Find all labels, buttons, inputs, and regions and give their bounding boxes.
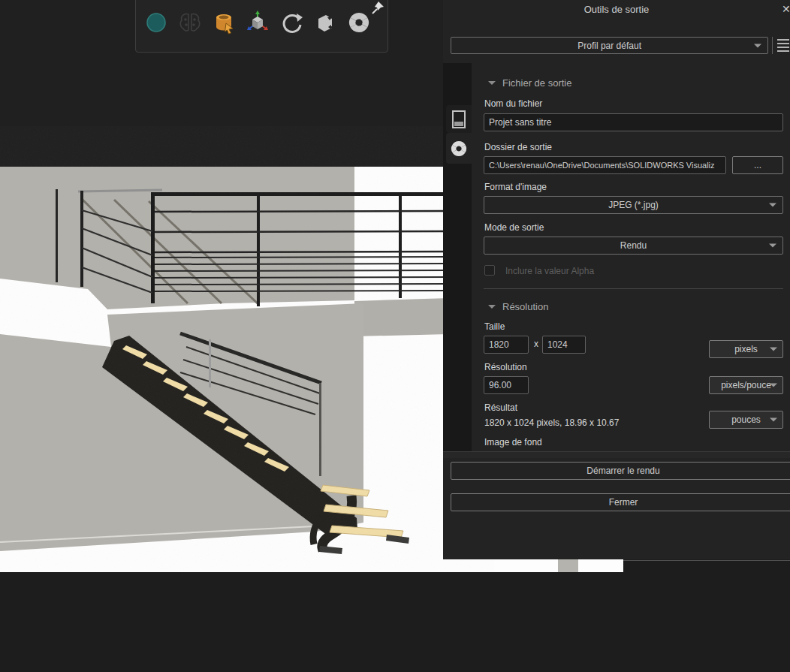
height-input[interactable] <box>542 336 586 354</box>
size-unit-dropdown[interactable]: pixels <box>709 340 783 358</box>
resolution-label: Résolution <box>484 362 527 372</box>
panel-title: Outils de sortie <box>443 4 790 15</box>
filename-label: Nom du fichier <box>484 98 542 109</box>
output-folder-input[interactable] <box>484 156 726 174</box>
profile-dropdown-value: Profil par défaut <box>577 41 641 51</box>
result-unit-dropdown[interactable]: pouces <box>709 411 783 429</box>
close-panel-button[interactable]: Fermer <box>451 493 790 511</box>
section-file-output[interactable]: Fichier de sortie <box>488 77 571 89</box>
output-folder-label: Dossier de sortie <box>484 142 552 152</box>
filename-input[interactable] <box>484 113 783 131</box>
chevron-down-icon <box>770 384 777 387</box>
chevron-down-icon <box>769 203 776 207</box>
app-window: Outils de sortie ✕ Profil par défaut <box>0 0 790 672</box>
resolution-unit-dropdown[interactable]: pixels/pouce <box>709 376 783 394</box>
content-footer-separator <box>443 451 790 458</box>
output-tools-panel: Outils de sortie ✕ Profil par défaut <box>443 0 790 559</box>
chevron-down-icon <box>754 44 761 47</box>
denoiser-brain-icon[interactable] <box>177 10 203 35</box>
pin-icon[interactable] <box>371 1 384 14</box>
result-label: Résultat <box>484 402 517 413</box>
browse-button[interactable]: ... <box>732 156 783 174</box>
resolution-input[interactable] <box>484 376 529 394</box>
times-separator: x <box>534 339 538 349</box>
panel-content: Fichier de sortie Nom du fichier Dossier… <box>472 64 790 451</box>
section-resolution[interactable]: Résolution <box>488 301 548 312</box>
tab-output-tools[interactable] <box>446 133 472 164</box>
alpha-label: Inclure la valeur Alpha <box>505 266 594 276</box>
start-render-button[interactable]: Démarrer le rendu <box>451 462 790 480</box>
alpha-checkbox[interactable] <box>484 265 495 276</box>
move-object-icon[interactable] <box>245 10 270 35</box>
camera-aperture-icon[interactable] <box>346 10 372 35</box>
floating-toolbar <box>135 0 388 53</box>
render-sphere-icon[interactable] <box>143 10 169 35</box>
chevron-down-icon <box>769 244 776 248</box>
paint-material-icon[interactable] <box>211 10 237 35</box>
background-image-label: Image de fond <box>484 437 542 447</box>
scene-column <box>558 559 578 572</box>
chevron-down-icon <box>770 418 777 422</box>
size-label: Taille <box>484 321 505 332</box>
output-mode-label: Mode de sortie <box>484 222 544 233</box>
collapse-triangle-icon <box>488 81 496 85</box>
chevron-down-icon <box>770 348 777 351</box>
section-divider <box>484 288 783 289</box>
aperture-icon <box>451 140 467 157</box>
collapse-triangle-icon <box>488 305 496 309</box>
panel-tabstrip <box>443 63 472 451</box>
width-input[interactable] <box>484 336 529 354</box>
image-format-dropdown[interactable]: JPEG (*.jpg) <box>484 196 783 214</box>
profile-dropdown[interactable]: Profil par défaut <box>451 37 768 54</box>
result-value: 1820 x 1024 pixels, 18.96 x 10.67 <box>484 417 619 428</box>
rotate-view-icon[interactable] <box>279 10 304 35</box>
tab-render-options[interactable] <box>446 105 472 133</box>
close-icon[interactable]: ✕ <box>782 3 790 15</box>
profile-menu-icon[interactable] <box>772 37 790 54</box>
image-format-label: Format d'image <box>484 182 547 192</box>
transform-cube-icon[interactable] <box>312 10 338 35</box>
output-mode-dropdown[interactable]: Rendu <box>484 237 783 255</box>
panel-bottom-edge <box>623 560 790 561</box>
render-options-icon <box>452 110 466 128</box>
